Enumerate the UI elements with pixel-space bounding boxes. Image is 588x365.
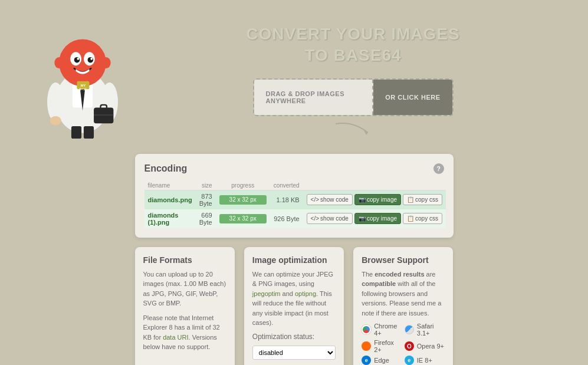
file-formats-panel: File Formats You can upload up to 20 ima…	[135, 247, 235, 365]
cell-size: 873 Byte	[196, 190, 216, 209]
svg-point-9	[90, 58, 93, 60]
show-code-button[interactable]: </> show code	[307, 213, 353, 224]
browser-item-firefox: Firefox 2+	[362, 339, 402, 353]
image-optimization-title: Image optimization	[252, 255, 336, 265]
browser-item-chrome: Chrome 4+	[362, 323, 402, 337]
encoding-header: Encoding ?	[144, 163, 444, 174]
help-icon[interactable]: ?	[433, 163, 444, 174]
cell-progress: 32 x 32 px	[216, 209, 270, 228]
data-uri-link[interactable]: data URI	[163, 334, 188, 341]
progress-bar: 32 x 32 px	[219, 195, 267, 205]
mascot-illustration: MY BASE	[35, 21, 130, 139]
file-formats-title: File Formats	[143, 255, 226, 265]
optimization-select[interactable]: disabled enabled	[252, 346, 336, 360]
cell-converted: 1.18 KB	[270, 190, 303, 209]
hero-section: MY BASE CONVERT YOUR IMAGES TO BASE64 DR…	[0, 0, 588, 154]
svg-point-8	[77, 58, 79, 60]
svg-text:MY: MY	[81, 84, 86, 88]
encoding-section: Encoding ? filename size progress conver…	[123, 154, 465, 238]
cell-filename: diamonds (1).png	[144, 209, 196, 228]
ie-icon: e	[405, 356, 414, 365]
col-header-size: size	[196, 181, 216, 190]
cell-filename: diamonds.png	[144, 190, 196, 209]
firefox-icon	[362, 341, 371, 351]
browser-support-title: Browser Support	[362, 255, 445, 265]
action-buttons: </> show code 📷 copy image 📋 copy css	[307, 213, 442, 224]
jpegoptim-link[interactable]: jpegoptim	[252, 290, 281, 297]
browser-grid: Chrome 4+ Safari 3.1+ Firefox 2+ O Opera…	[362, 323, 445, 365]
col-header-converted: converted	[270, 181, 303, 190]
edge-icon: e	[362, 356, 371, 365]
table-row: diamonds.png 873 Byte 32 x 32 px 1.18 KB…	[144, 190, 446, 209]
browser-support-panel: Browser Support The encoded results are …	[353, 247, 453, 365]
browser-item-edge: e Edge	[362, 356, 402, 365]
image-optimization-panel: Image optimization We can optimize your …	[244, 247, 344, 365]
browser-support-text: The encoded results are compatible with …	[362, 269, 445, 318]
progress-bar: 32 x 32 px	[219, 214, 267, 223]
svg-point-10	[54, 57, 63, 68]
drop-zone[interactable]: DRAG & DROP IMAGES ANYWHERE OR CLICK HER…	[253, 78, 454, 116]
svg-point-6	[74, 57, 80, 63]
action-buttons: </> show code 📷 copy image 📋 copy css	[307, 194, 442, 205]
hero-right: CONVERT YOUR IMAGES TO BASE64 DRAG & DRO…	[142, 18, 564, 142]
encoding-title: Encoding	[144, 163, 188, 174]
svg-point-12	[47, 83, 64, 122]
copy-css-button[interactable]: 📋 copy css	[403, 213, 442, 224]
file-formats-text2: Please note that Internet Explorer 8 has…	[143, 313, 226, 352]
opera-icon: O	[405, 341, 414, 351]
cell-converted: 926 Byte	[270, 209, 303, 228]
show-code-button[interactable]: </> show code	[307, 194, 353, 205]
arrow-decoration	[336, 121, 371, 142]
svg-point-7	[88, 57, 94, 63]
svg-rect-21	[71, 126, 81, 139]
mascot-area: MY BASE	[24, 21, 142, 139]
table-row: diamonds (1).png 669 Byte 32 x 32 px 926…	[144, 209, 446, 228]
copy-css-button[interactable]: 📋 copy css	[403, 194, 442, 205]
browser-item-ie: e IE 8+	[405, 356, 445, 365]
hero-title: CONVERT YOUR IMAGES TO BASE64	[246, 24, 459, 67]
image-optimization-text: We can optimize your JPEG & PNG images, …	[252, 269, 336, 328]
svg-point-3	[59, 40, 106, 87]
optipng-link[interactable]: optipng	[295, 290, 316, 297]
optimization-status-label: Optimization status:	[252, 333, 336, 341]
svg-text:BASE: BASE	[80, 88, 87, 91]
svg-point-11	[101, 57, 110, 68]
safari-icon	[405, 325, 414, 334]
encoding-table: filename size progress converted diamond…	[144, 181, 446, 228]
browser-item-opera: O Opera 9+	[405, 339, 445, 353]
drag-drop-area[interactable]: DRAG & DROP IMAGES ANYWHERE	[254, 80, 374, 115]
col-header-filename: filename	[144, 181, 196, 190]
col-header-progress: progress	[216, 181, 270, 190]
chrome-icon	[362, 325, 371, 334]
file-formats-text1: You can upload up to 20 images (max. 1.0…	[143, 269, 226, 308]
copy-image-button[interactable]: 📷 copy image	[354, 213, 401, 224]
click-here-button[interactable]: OR CLICK HERE	[373, 80, 452, 115]
svg-point-17	[50, 116, 61, 125]
copy-image-button[interactable]: 📷 copy image	[354, 194, 401, 205]
bottom-panels: File Formats You can upload up to 20 ima…	[123, 247, 465, 365]
svg-rect-22	[84, 126, 94, 139]
browser-item-safari: Safari 3.1+	[405, 323, 445, 337]
cell-progress: 32 x 32 px	[216, 190, 270, 209]
cell-size: 669 Byte	[196, 209, 216, 228]
encoding-panel: Encoding ? filename size progress conver…	[135, 154, 454, 238]
